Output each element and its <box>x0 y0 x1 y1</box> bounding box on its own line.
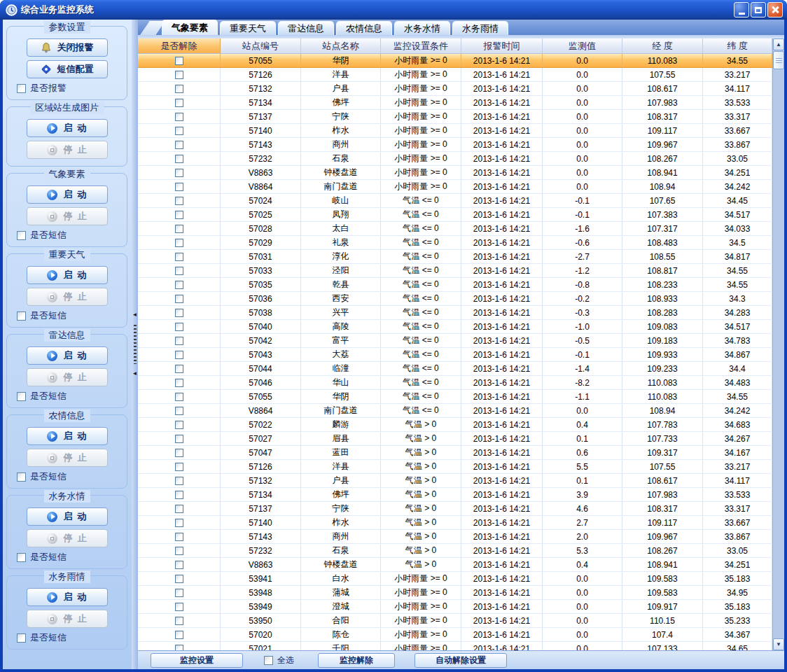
row-checkbox[interactable] <box>175 57 183 65</box>
checkbox-water-rain[interactable] <box>17 634 26 643</box>
table-row[interactable]: 57035乾县气温 <= 02013-1-6 14:21-0.8108.2333… <box>138 278 772 292</box>
scrollbar-thumb[interactable] <box>773 51 784 69</box>
row-checkbox[interactable] <box>175 421 183 429</box>
checkbox-water-level[interactable] <box>17 553 26 562</box>
checkbox-weather-element[interactable] <box>17 231 26 240</box>
table-row[interactable]: 57043大荔气温 <= 02013-1-6 14:21-0.1109.9333… <box>138 348 772 362</box>
row-checkbox[interactable] <box>175 589 183 597</box>
checkbox-agri-info[interactable] <box>17 472 26 482</box>
table-row[interactable]: V8863钟楼盘道小时雨量 >= 02013-1-6 14:210.0108.9… <box>138 166 772 180</box>
row-checkbox[interactable] <box>175 547 183 555</box>
row-checkbox[interactable] <box>175 253 183 261</box>
column-header[interactable]: 报警时间 <box>461 38 543 53</box>
checkbox-radar-info[interactable] <box>17 392 26 401</box>
tab-radar-info[interactable]: 雷达信息 <box>278 21 334 35</box>
row-checkbox[interactable] <box>175 603 183 611</box>
scroll-down-icon[interactable]: ▼ <box>773 638 784 650</box>
scroll-up-icon[interactable]: ▲ <box>773 38 784 50</box>
row-checkbox[interactable] <box>175 575 183 583</box>
row-checkbox[interactable] <box>175 295 183 303</box>
table-row[interactable]: 57140柞水小时雨量 >= 02013-1-6 14:210.0109.117… <box>138 124 772 138</box>
checkbox-row-weather-element[interactable]: 是否短信 <box>17 229 121 241</box>
checkbox-row-agri-info[interactable]: 是否短信 <box>17 470 121 483</box>
tab-weather-element[interactable]: 气象要素 <box>162 20 218 35</box>
table-row[interactable]: 57047蓝田气温 > 02013-1-6 14:210.6109.31734.… <box>138 446 772 460</box>
start-button-region-image[interactable]: 启 动 <box>27 119 108 137</box>
table-row[interactable]: 57143商州小时雨量 >= 02013-1-6 14:210.0109.967… <box>138 138 772 152</box>
row-checkbox[interactable] <box>175 169 183 177</box>
start-button-weather-element[interactable]: 启 动 <box>27 186 108 204</box>
stop-button-weather-element[interactable]: 停 止 <box>27 207 108 225</box>
row-checkbox[interactable] <box>175 211 183 219</box>
checkbox-params[interactable] <box>17 84 26 93</box>
table-row[interactable]: 57029礼泉气温 <= 02013-1-6 14:21-0.6108.4833… <box>138 236 772 250</box>
stop-button-water-level[interactable]: 停 止 <box>27 529 108 547</box>
column-header[interactable]: 站点编号 <box>221 38 301 53</box>
table-row[interactable]: 57137宁陕气温 > 02013-1-6 14:214.6108.31733.… <box>138 502 772 516</box>
table-row[interactable]: 53941白水小时雨量 >= 02013-1-6 14:210.0109.583… <box>138 572 772 586</box>
start-button-radar-info[interactable]: 启 动 <box>27 346 108 365</box>
row-checkbox[interactable] <box>175 127 183 135</box>
row-checkbox[interactable] <box>175 309 183 317</box>
tab-water-level[interactable]: 水务水情 <box>394 21 450 35</box>
column-header[interactable]: 是否解除 <box>138 38 221 53</box>
table-row[interactable]: 57042富平气温 <= 02013-1-6 14:21-0.5109.1833… <box>138 334 772 348</box>
table-row[interactable]: 57132户县气温 > 02013-1-6 14:210.1108.61734.… <box>138 474 772 488</box>
start-button-agri-info[interactable]: 启 动 <box>27 427 108 445</box>
table-row[interactable]: 53948蒲城小时雨量 >= 02013-1-6 14:210.0109.583… <box>138 586 772 600</box>
select-all[interactable]: 全选 <box>264 654 294 666</box>
table-row[interactable]: 57027眉县气温 > 02013-1-6 14:210.1107.73334.… <box>138 432 772 446</box>
monitor-release-button[interactable]: 监控解除 <box>318 653 395 668</box>
row-checkbox[interactable] <box>175 617 183 625</box>
row-checkbox[interactable] <box>175 477 183 485</box>
table-row[interactable]: 57040高陵气温 <= 02013-1-6 14:21-1.0109.0833… <box>138 320 772 334</box>
start-button-water-rain[interactable]: 启 动 <box>27 588 108 606</box>
table-row[interactable]: 57022麟游气温 > 02013-1-6 14:210.4107.78334.… <box>138 418 772 432</box>
row-checkbox[interactable] <box>175 491 183 499</box>
minimize-button[interactable] <box>734 2 749 18</box>
table-row[interactable]: 57028太白气温 <= 02013-1-6 14:21-1.6107.3173… <box>138 222 772 236</box>
row-checkbox[interactable] <box>175 281 183 289</box>
checkbox-row-water-rain[interactable]: 是否短信 <box>17 631 121 644</box>
table-row[interactable]: 57055华阴小时雨量 >= 02013-1-6 14:210.0110.083… <box>138 54 772 68</box>
row-checkbox[interactable] <box>175 561 183 569</box>
row-checkbox[interactable] <box>175 71 183 79</box>
start-button-water-level[interactable]: 启 动 <box>27 507 108 526</box>
vertical-scrollbar[interactable]: ▲ ▼ <box>772 38 784 650</box>
row-checkbox[interactable] <box>175 197 183 205</box>
table-row[interactable]: 57031淳化气温 <= 02013-1-6 14:21-2.7108.5534… <box>138 250 772 264</box>
row-checkbox[interactable] <box>175 645 183 651</box>
row-checkbox[interactable] <box>175 449 183 457</box>
table-row[interactable]: 57143商州气温 > 02013-1-6 14:212.0109.96733.… <box>138 530 772 544</box>
table-row[interactable]: 57033泾阳气温 <= 02013-1-6 14:21-1.2108.8173… <box>138 264 772 278</box>
row-checkbox[interactable] <box>175 85 183 93</box>
table-row[interactable]: 57137宁陕小时雨量 >= 02013-1-6 14:210.0108.317… <box>138 110 772 124</box>
row-checkbox[interactable] <box>175 435 183 443</box>
stop-button-important-weather[interactable]: 停 止 <box>27 288 108 306</box>
checkbox-important-weather[interactable] <box>17 312 26 321</box>
table-row[interactable]: 57044临潼气温 <= 02013-1-6 14:21-1.4109.2333… <box>138 362 772 376</box>
table-row[interactable]: 57232石泉小时雨量 >= 02013-1-6 14:210.0108.267… <box>138 152 772 166</box>
row-checkbox[interactable] <box>175 155 183 163</box>
stop-button-water-rain[interactable]: 停 止 <box>27 610 108 628</box>
stop-button-agri-info[interactable]: 停 止 <box>27 449 108 467</box>
table-row[interactable]: 57126洋县气温 > 02013-1-6 14:215.5107.5533.2… <box>138 460 772 474</box>
table-row[interactable]: V8863钟楼盘道气温 > 02013-1-6 14:210.4108.9413… <box>138 558 772 572</box>
stop-button-radar-info[interactable]: 停 止 <box>27 368 108 386</box>
row-checkbox[interactable] <box>175 267 183 275</box>
row-checkbox[interactable] <box>175 533 183 541</box>
table-row[interactable]: 57126洋县小时雨量 >= 02013-1-6 14:210.0107.553… <box>138 68 772 82</box>
row-checkbox[interactable] <box>175 393 183 401</box>
table-row[interactable]: 57232石泉气温 > 02013-1-6 14:215.3108.26733.… <box>138 544 772 558</box>
row-checkbox[interactable] <box>175 631 183 639</box>
monitor-setup-button[interactable]: 监控设置 <box>151 653 243 668</box>
table-row[interactable]: 57021千阳小时雨量 >= 02013-1-6 14:210.0107.133… <box>138 642 772 650</box>
checkbox-row-radar-info[interactable]: 是否短信 <box>17 390 121 402</box>
column-header[interactable]: 站点名称 <box>301 38 381 53</box>
table-row[interactable]: V8864南门盘道气温 <= 02013-1-6 14:210.0108.943… <box>138 404 772 418</box>
stop-button-region-image[interactable]: 停 止 <box>27 141 108 159</box>
table-row[interactable]: 57132户县小时雨量 >= 02013-1-6 14:210.0108.617… <box>138 82 772 96</box>
table-row[interactable]: 57134佛坪气温 > 02013-1-6 14:213.9107.98333.… <box>138 488 772 502</box>
scrollbar-track[interactable] <box>773 70 784 638</box>
sms-config-button[interactable]: 短信配置 <box>27 60 108 78</box>
